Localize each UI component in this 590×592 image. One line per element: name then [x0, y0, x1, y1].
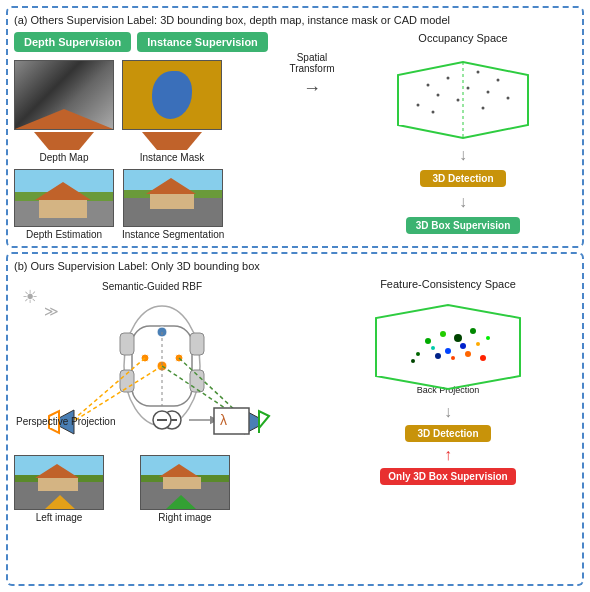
depth-map-label: Depth Map [40, 152, 89, 163]
svg-text:☀: ☀ [22, 287, 38, 307]
b-right-image [140, 455, 230, 510]
b-roof-right [159, 464, 199, 477]
main-container: (a) Others Supervision Label: 3D boundin… [0, 0, 590, 592]
instance-mask-label: Instance Mask [140, 152, 204, 163]
b-roof-left [35, 464, 79, 478]
svg-point-52 [425, 338, 431, 344]
svg-point-8 [477, 71, 480, 74]
svg-point-64 [486, 336, 490, 340]
feature-consistency-title: Feature-Consistency Space [380, 278, 516, 290]
svg-marker-47 [45, 495, 75, 509]
roof-shape [35, 182, 91, 200]
svg-point-14 [457, 99, 460, 102]
occupancy-box [388, 50, 538, 140]
instance-blob [152, 71, 192, 119]
instance-supervision-button[interactable]: Instance Supervision [137, 32, 268, 52]
svg-point-62 [431, 346, 435, 350]
down-arrow-icon-2: ↓ [459, 193, 467, 211]
svg-point-63 [416, 352, 420, 356]
svg-point-15 [507, 97, 510, 100]
svg-point-11 [467, 87, 470, 90]
svg-rect-23 [190, 333, 204, 355]
b-bottom-row: Left image Right image [14, 455, 314, 523]
instance-funnel [132, 132, 212, 150]
instance-mask-image [122, 60, 222, 130]
right-image-label: Right image [158, 512, 211, 523]
perspective-proj-label: Perspective Projection [16, 416, 116, 427]
svg-point-13 [417, 104, 420, 107]
svg-text:λ: λ [220, 412, 227, 428]
depth-instance-row: Depth Map Instance Mask [14, 60, 274, 163]
svg-point-17 [482, 107, 485, 110]
section-a-label: (a) Others Supervision Label: 3D boundin… [14, 14, 576, 26]
section-b-label: (b) Ours Supervision Label: Only 3D boun… [14, 260, 576, 272]
down-arrow-b-1: ↓ [444, 403, 452, 421]
b-wall-left [38, 478, 78, 491]
b-left-image [14, 455, 104, 510]
left-image-label: Left image [36, 512, 83, 523]
3d-detection-b-button[interactable]: 3D Detection [405, 425, 490, 442]
right-triangle-icon [166, 495, 196, 509]
down-arrow-icon-1: ↓ [459, 146, 467, 164]
spatial-transform-label: Spatial Transform [282, 52, 342, 74]
svg-text:≫: ≫ [44, 303, 59, 319]
svg-point-61 [476, 342, 480, 346]
3d-detection-button[interactable]: 3D Detection [420, 170, 505, 187]
estimation-row: Depth Estimation Instance Segmentation [14, 169, 274, 240]
depth-map-image [14, 60, 114, 130]
svg-point-60 [465, 351, 471, 357]
svg-point-57 [460, 343, 466, 349]
svg-point-66 [411, 359, 415, 363]
depth-block: Depth Map [14, 60, 114, 163]
svg-marker-48 [166, 495, 196, 509]
depth-supervision-button[interactable]: Depth Supervision [14, 32, 131, 52]
feature-box-svg [368, 296, 528, 391]
b-wall-right [163, 477, 201, 489]
svg-point-16 [432, 111, 435, 114]
svg-point-55 [470, 328, 476, 334]
instance-seg-label: Instance Segmentation [122, 229, 224, 240]
3dbox-supervision-button[interactable]: 3D Box Supervision [406, 217, 520, 234]
svg-point-10 [437, 94, 440, 97]
depth-estimation-image [14, 169, 114, 227]
right-arrow-icon: → [303, 78, 321, 99]
only-3d-box-button[interactable]: Only 3D Box Supervision [380, 468, 515, 485]
instance-seg-image [123, 169, 223, 227]
depth-funnel [24, 132, 104, 150]
svg-point-9 [497, 79, 500, 82]
svg-rect-22 [120, 333, 134, 355]
section-a-content: Depth Supervision Instance Supervision D… [14, 32, 576, 240]
section-a-left: Depth Supervision Instance Supervision D… [14, 32, 274, 240]
wall-shape [39, 200, 87, 218]
svg-point-12 [487, 91, 490, 94]
feature-consistency-box [368, 296, 528, 391]
roof2-shape [146, 178, 196, 194]
middle-arrow-col: Spatial Transform → [282, 32, 342, 99]
svg-point-59 [451, 356, 455, 360]
svg-marker-37 [259, 411, 269, 433]
svg-marker-1 [142, 132, 202, 150]
section-a: (a) Others Supervision Label: 3D boundin… [6, 6, 584, 248]
svg-point-56 [445, 348, 451, 354]
svg-point-58 [435, 353, 441, 359]
b-right: Feature-Consistency Space [320, 278, 576, 576]
svg-marker-0 [34, 132, 94, 150]
up-arrow-b: ↑ [444, 446, 452, 464]
occupancy-title: Occupancy Space [418, 32, 507, 44]
svg-text:Semantic-Guided RBF: Semantic-Guided RBF [102, 281, 202, 292]
svg-point-7 [447, 77, 450, 80]
occupancy-svg [388, 50, 538, 140]
section-b-content: ☀ ≫ [14, 278, 576, 576]
left-triangle-icon [45, 495, 75, 509]
b-left: ☀ ≫ [14, 278, 314, 576]
section-b: (b) Ours Supervision Label: Only 3D boun… [6, 252, 584, 586]
depth-est-label: Depth Estimation [26, 229, 102, 240]
supervision-buttons: Depth Supervision Instance Supervision [14, 32, 274, 52]
right-col: Occupancy Space [350, 32, 576, 234]
wall2-shape [150, 194, 194, 209]
svg-rect-25 [190, 370, 204, 392]
instance-seg-block: Instance Segmentation [122, 169, 224, 240]
svg-point-6 [427, 84, 430, 87]
instance-block: Instance Mask [122, 60, 222, 163]
svg-point-65 [480, 355, 486, 361]
